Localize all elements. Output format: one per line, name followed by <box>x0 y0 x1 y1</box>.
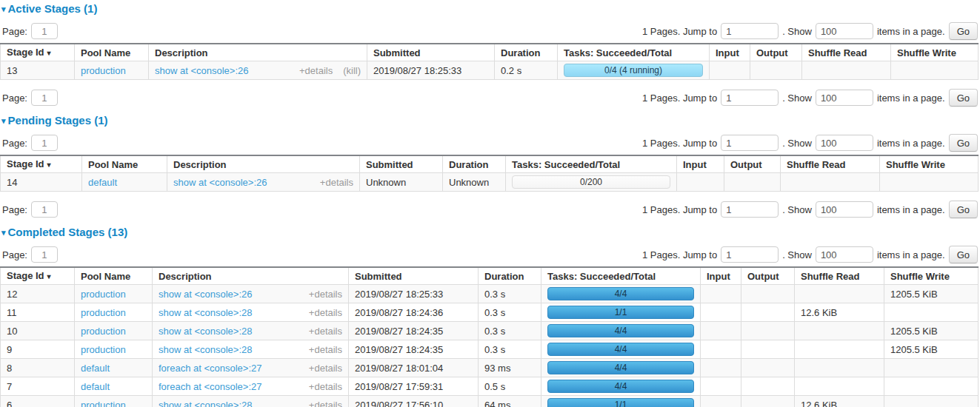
description-link[interactable]: show at <console>:26 <box>155 64 248 77</box>
items-per-page-input[interactable] <box>816 23 873 39</box>
shuffle-read-cell <box>781 173 880 192</box>
page-number-input[interactable] <box>31 90 58 106</box>
col-pool-name[interactable]: Pool Name <box>82 155 167 173</box>
pool-name-link[interactable]: production <box>81 344 126 355</box>
go-button[interactable]: Go <box>949 22 978 40</box>
col-submitted[interactable]: Submitted <box>367 44 495 61</box>
description-link[interactable]: show at <console>:28 <box>159 306 252 319</box>
section-header-pending-stages[interactable]: ▾Pending Stages (1) <box>1 115 980 127</box>
description-cell: show at <console>:26+details <box>153 285 349 303</box>
pool-name-link[interactable]: production <box>81 400 126 407</box>
go-button[interactable]: Go <box>949 246 978 263</box>
col-stage-id[interactable]: Stage Id▾ <box>1 155 82 173</box>
description-cell: foreach at <console>:27+details <box>153 377 349 396</box>
items-per-page-input[interactable] <box>816 90 873 106</box>
items-per-page-input[interactable] <box>816 246 873 263</box>
sort-arrow-icon: ▾ <box>47 161 51 169</box>
items-per-page-input[interactable] <box>816 135 873 151</box>
col-output[interactable]: Output <box>724 155 781 173</box>
details-toggle[interactable]: +details <box>309 362 342 374</box>
col-shuffle-write[interactable]: Shuffle Write <box>891 44 979 61</box>
description-cell: show at <console>:26 +details (kill) <box>149 61 367 80</box>
description-link[interactable]: show at <console>:26 <box>159 288 252 300</box>
col-shuffle-read[interactable]: Shuffle Read <box>802 44 891 61</box>
page-number-input[interactable] <box>31 201 58 218</box>
jump-to-page-input[interactable] <box>721 135 779 151</box>
details-toggle[interactable]: +details <box>309 306 342 319</box>
col-submitted[interactable]: Submitted <box>349 267 479 285</box>
col-input[interactable]: Input <box>677 155 724 173</box>
col-duration[interactable]: Duration <box>443 155 506 173</box>
go-button[interactable]: Go <box>949 89 978 107</box>
description-link[interactable]: show at <console>:28 <box>159 399 252 407</box>
col-tasks[interactable]: Tasks: Succeeded/Total <box>541 267 701 285</box>
details-toggle[interactable]: +details <box>320 176 353 189</box>
col-shuffle-write[interactable]: Shuffle Write <box>880 155 979 173</box>
go-button[interactable]: Go <box>949 134 978 152</box>
shuffle-write-cell <box>884 377 979 396</box>
col-duration[interactable]: Duration <box>495 44 558 61</box>
col-shuffle-read[interactable]: Shuffle Read <box>795 267 884 285</box>
pool-name-link[interactable]: default <box>88 177 117 188</box>
jump-to-page-input[interactable] <box>721 201 779 218</box>
section-title-pending: Pending Stages (1) <box>8 114 108 127</box>
shuffle-read-cell <box>802 61 891 80</box>
details-toggle[interactable]: +details <box>309 288 342 300</box>
col-stage-id[interactable]: Stage Id▾ <box>1 267 75 285</box>
items-per-page-input[interactable] <box>816 201 873 218</box>
page-label: Page: <box>2 92 27 104</box>
col-stage-id[interactable]: Stage Id▾ <box>1 44 75 61</box>
task-progress-label: 1/1 <box>615 400 627 407</box>
page-number-input[interactable] <box>31 135 58 151</box>
details-toggle[interactable]: +details <box>309 380 342 393</box>
pagination-bar-active-top: Page: 1 Pages. Jump to . Show items in a… <box>2 23 978 39</box>
jump-to-page-input[interactable] <box>721 90 779 106</box>
col-input[interactable]: Input <box>701 267 741 285</box>
shuffle-read-cell: 12.6 KiB <box>795 303 884 322</box>
col-submitted[interactable]: Submitted <box>360 155 443 173</box>
details-toggle[interactable]: +details <box>309 325 342 337</box>
pool-name-link[interactable]: default <box>81 381 110 392</box>
col-shuffle-write[interactable]: Shuffle Write <box>884 267 979 285</box>
page-number-input[interactable] <box>31 23 58 39</box>
section-header-completed-stages[interactable]: ▾Completed Stages (13) <box>1 226 980 239</box>
task-progress-bar: 4/4 <box>547 361 694 374</box>
details-toggle[interactable]: +details <box>309 399 342 407</box>
table-row: 6 production show at <console>:28+detail… <box>1 396 979 407</box>
col-description[interactable]: Description <box>149 44 367 61</box>
col-description[interactable]: Description <box>167 155 360 173</box>
col-duration[interactable]: Duration <box>479 267 541 285</box>
page-label: Page: <box>2 26 27 37</box>
col-tasks[interactable]: Tasks: Succeeded/Total <box>558 44 710 61</box>
details-toggle[interactable]: +details <box>309 343 342 356</box>
submitted-cell: 2019/08/27 18:25:33 <box>349 285 479 303</box>
col-output[interactable]: Output <box>750 44 802 61</box>
kill-link[interactable]: (kill) <box>343 64 361 77</box>
description-link[interactable]: show at <console>:28 <box>159 343 252 356</box>
details-toggle[interactable]: +details <box>299 64 333 77</box>
submitted-cell: Unknown <box>360 173 443 192</box>
pool-name-link[interactable]: production <box>81 65 126 76</box>
description-link[interactable]: foreach at <console>:27 <box>159 380 262 393</box>
task-progress-label: 1/1 <box>615 307 627 317</box>
pool-name-link[interactable]: production <box>81 289 126 300</box>
description-link[interactable]: show at <console>:26 <box>173 176 267 189</box>
col-output[interactable]: Output <box>741 267 795 285</box>
col-pool-name[interactable]: Pool Name <box>75 267 153 285</box>
task-progress-bar: 1/1 <box>547 398 694 407</box>
description-link[interactable]: foreach at <console>:27 <box>159 362 262 374</box>
page-number-input[interactable] <box>31 246 58 263</box>
col-input[interactable]: Input <box>710 44 750 61</box>
col-tasks[interactable]: Tasks: Succeeded/Total <box>506 155 677 173</box>
go-button[interactable]: Go <box>949 201 978 218</box>
section-header-active-stages[interactable]: ▾Active Stages (1) <box>1 3 980 16</box>
col-pool-name[interactable]: Pool Name <box>75 44 149 61</box>
pool-name-link[interactable]: production <box>81 307 126 318</box>
pool-name-link[interactable]: default <box>81 363 110 374</box>
jump-to-page-input[interactable] <box>721 23 779 39</box>
col-shuffle-read[interactable]: Shuffle Read <box>781 155 880 173</box>
jump-to-page-input[interactable] <box>721 246 779 263</box>
col-description[interactable]: Description <box>153 267 349 285</box>
pool-name-link[interactable]: production <box>81 326 126 337</box>
description-link[interactable]: show at <console>:28 <box>159 325 252 337</box>
